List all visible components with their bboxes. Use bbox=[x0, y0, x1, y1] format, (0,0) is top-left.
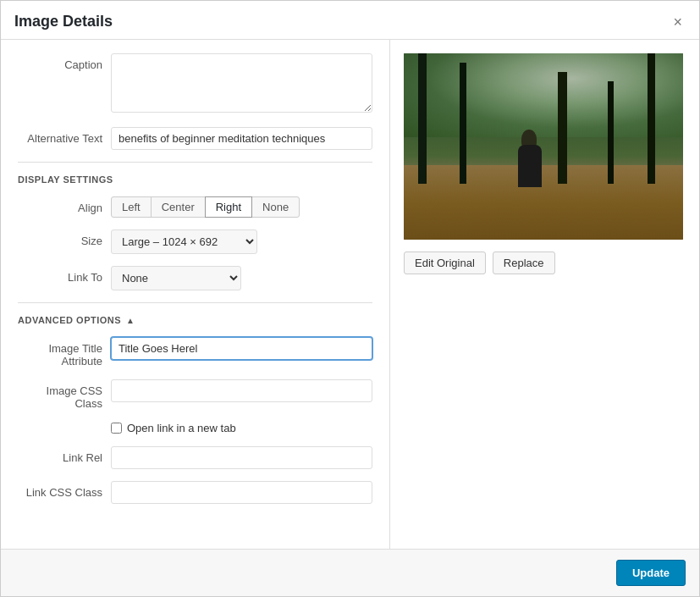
css-class-control bbox=[111, 379, 372, 402]
right-panel: Edit Original Replace bbox=[390, 40, 699, 549]
modal-body: Caption Alternative Text DISPLAY SETTING… bbox=[1, 40, 699, 549]
tree-5 bbox=[608, 81, 614, 184]
divider-2 bbox=[18, 302, 372, 303]
image-title-row: Image Title Attribute bbox=[18, 337, 372, 368]
size-row: Size Large – 1024 × 692 Medium – 300 × 2… bbox=[18, 229, 372, 254]
align-buttons-group: Left Center Right None bbox=[111, 196, 372, 218]
alt-text-control bbox=[111, 127, 372, 150]
link-css-class-control bbox=[111, 481, 372, 504]
display-settings-title: DISPLAY SETTINGS bbox=[18, 174, 372, 185]
link-rel-row: Link Rel bbox=[18, 446, 372, 469]
align-left-button[interactable]: Left bbox=[111, 196, 152, 218]
advanced-options-title: ADVANCED OPTIONS bbox=[18, 315, 121, 325]
alt-text-label: Alternative Text bbox=[18, 127, 111, 145]
tree-3 bbox=[558, 72, 567, 184]
align-center-button[interactable]: Center bbox=[151, 196, 206, 218]
left-panel: Caption Alternative Text DISPLAY SETTING… bbox=[1, 40, 390, 549]
image-preview-inner bbox=[404, 53, 683, 240]
image-title-input[interactable] bbox=[111, 337, 372, 360]
css-class-label: Image CSS Class bbox=[18, 379, 111, 410]
replace-button[interactable]: Replace bbox=[493, 252, 555, 274]
person-figure bbox=[510, 128, 552, 187]
person-body bbox=[518, 145, 542, 187]
size-control: Large – 1024 × 692 Medium – 300 × 200 Sm… bbox=[111, 229, 372, 254]
caption-label: Caption bbox=[18, 53, 111, 71]
close-button[interactable]: × bbox=[670, 14, 686, 30]
caption-control bbox=[111, 53, 372, 115]
css-class-row: Image CSS Class bbox=[18, 379, 372, 410]
link-rel-input[interactable] bbox=[111, 446, 372, 469]
link-rel-label: Link Rel bbox=[18, 446, 111, 464]
link-to-label: Link To bbox=[18, 266, 111, 284]
alt-text-input[interactable] bbox=[111, 127, 372, 150]
image-action-buttons: Edit Original Replace bbox=[404, 252, 555, 274]
image-preview bbox=[404, 53, 683, 240]
modal-footer: Update bbox=[1, 549, 699, 596]
modal-title: Image Details bbox=[14, 13, 113, 30]
modal-header: Image Details × bbox=[1, 1, 699, 40]
caption-input[interactable] bbox=[111, 53, 372, 113]
tree-1 bbox=[418, 53, 427, 184]
align-none-button[interactable]: None bbox=[251, 196, 300, 218]
caption-row: Caption bbox=[18, 53, 372, 115]
align-right-button[interactable]: Right bbox=[205, 196, 252, 218]
image-details-modal: Image Details × Caption Alternative Text bbox=[0, 0, 700, 597]
update-button[interactable]: Update bbox=[616, 560, 686, 586]
size-select[interactable]: Large – 1024 × 692 Medium – 300 × 200 Sm… bbox=[111, 229, 257, 254]
new-tab-row: Open link in a new tab bbox=[111, 422, 372, 434]
sky-area bbox=[404, 53, 683, 137]
advanced-options-toggle[interactable]: ADVANCED OPTIONS ▲ bbox=[18, 315, 372, 325]
new-tab-checkbox[interactable] bbox=[111, 423, 122, 434]
link-css-class-label: Link CSS Class bbox=[18, 481, 111, 499]
image-title-control bbox=[111, 337, 372, 360]
image-title-label: Image Title Attribute bbox=[18, 337, 111, 368]
size-label: Size bbox=[18, 229, 111, 247]
advanced-options-arrow: ▲ bbox=[126, 316, 135, 325]
link-css-class-row: Link CSS Class bbox=[18, 481, 372, 504]
divider-1 bbox=[18, 162, 372, 163]
link-to-row: Link To None Media File Attachment Page … bbox=[18, 266, 372, 290]
alt-text-row: Alternative Text bbox=[18, 127, 372, 150]
tree-4 bbox=[648, 53, 655, 184]
align-row: Align Left Center Right None bbox=[18, 196, 372, 218]
link-css-class-input[interactable] bbox=[111, 481, 372, 504]
edit-original-button[interactable]: Edit Original bbox=[404, 252, 486, 274]
tree-2 bbox=[460, 63, 466, 184]
link-rel-control bbox=[111, 446, 372, 469]
link-to-select[interactable]: None Media File Attachment Page Custom U… bbox=[111, 266, 241, 290]
css-class-input[interactable] bbox=[111, 379, 372, 402]
align-button-group: Left Center Right None bbox=[111, 196, 372, 218]
new-tab-label: Open link in a new tab bbox=[127, 422, 236, 434]
link-to-control: None Media File Attachment Page Custom U… bbox=[111, 266, 372, 290]
align-label: Align bbox=[18, 196, 111, 214]
